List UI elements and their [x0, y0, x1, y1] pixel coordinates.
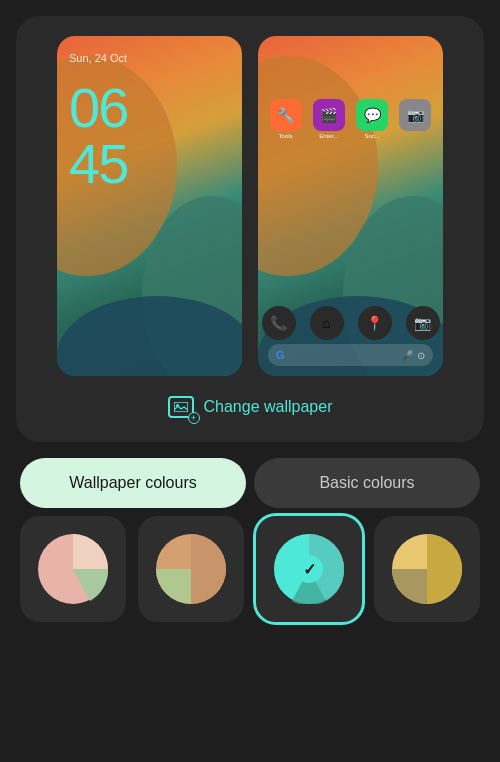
- dock-maps-icon: 📍: [358, 306, 392, 340]
- wallpaper-colours-tab[interactable]: Wallpaper colours: [20, 458, 246, 508]
- swatch-pie-2: [156, 534, 226, 604]
- swatch-pie-1: [38, 534, 108, 604]
- swatch-pie-4: [392, 534, 462, 604]
- wallpaper-frame-icon: +: [168, 396, 194, 418]
- colour-swatches-row: ✓: [16, 516, 484, 622]
- list-item: 🎬 Enter...: [309, 99, 348, 139]
- colour-swatch-2[interactable]: [138, 516, 244, 622]
- colour-swatch-1[interactable]: [20, 516, 126, 622]
- home-dock: 📞 ⌂ 📍 📷: [262, 306, 440, 340]
- image-icon: [174, 402, 188, 412]
- preview-card: Sun, 24 Oct 06 45 🔧 Tools: [16, 16, 484, 442]
- lock-time: 06 45: [69, 80, 230, 192]
- app-icon-ent: 🎬: [313, 99, 345, 131]
- basic-colours-tab[interactable]: Basic colours: [254, 458, 480, 508]
- plus-badge-icon: +: [188, 412, 200, 424]
- lens-icon: ⊙: [417, 350, 425, 361]
- colour-tabs-row: Wallpaper colours Basic colours: [16, 458, 484, 508]
- app-icon-misc: 📷: [399, 99, 431, 131]
- lockscreen-phone: Sun, 24 Oct 06 45: [57, 36, 242, 376]
- colour-swatch-4[interactable]: [374, 516, 480, 622]
- mic-icon: 🎤: [401, 350, 413, 361]
- phones-row: Sun, 24 Oct 06 45 🔧 Tools: [36, 36, 464, 376]
- google-logo: G: [276, 349, 285, 361]
- list-item: 🔧 Tools: [266, 99, 305, 139]
- svg-rect-6: [174, 402, 188, 412]
- list-item: 📷: [396, 99, 435, 139]
- google-search-bar[interactable]: G 🎤 ⊙: [268, 344, 433, 366]
- homescreen-phone: 🔧 Tools 🎬 Enter... 💬 Soc... 📷: [258, 36, 443, 376]
- dock-home-icon: ⌂: [310, 306, 344, 340]
- list-item: 💬 Soc...: [353, 99, 392, 139]
- selected-check-overlay: ✓: [274, 534, 344, 604]
- check-icon: ✓: [295, 555, 323, 583]
- change-wallpaper-label: Change wallpaper: [204, 398, 333, 416]
- dock-phone-icon: 📞: [262, 306, 296, 340]
- dock-camera-icon: 📷: [406, 306, 440, 340]
- colour-swatch-3[interactable]: ✓: [256, 516, 362, 622]
- app-icon-soc: 💬: [356, 99, 388, 131]
- lockscreen-content: Sun, 24 Oct 06 45: [57, 36, 242, 376]
- lock-date: Sun, 24 Oct: [69, 52, 230, 64]
- change-wallpaper-button[interactable]: + Change wallpaper: [156, 392, 345, 422]
- homescreen-content: 🔧 Tools 🎬 Enter... 💬 Soc... 📷: [258, 36, 443, 376]
- app-icon-tools: 🔧: [270, 99, 302, 131]
